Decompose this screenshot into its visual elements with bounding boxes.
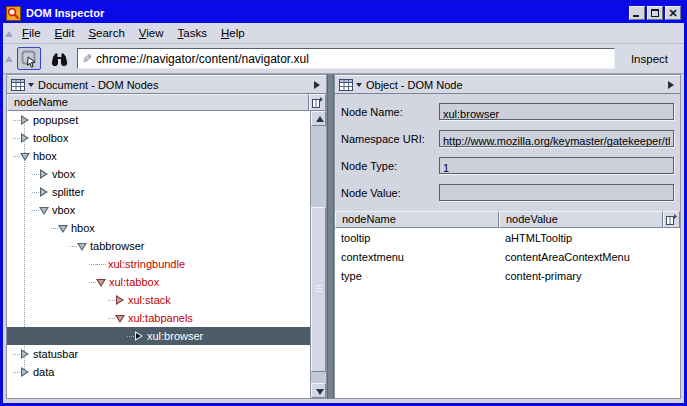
namespace-uri-label: Namespace URI: [341,133,439,145]
tree-row-xul-stringbundle[interactable]: xul:stringbundle [7,255,310,273]
twisty-expanded-icon[interactable] [77,241,88,252]
node-type-value[interactable] [440,161,673,176]
node-type-label: Node Type: [341,160,439,172]
document-panel-header: Document - DOM Nodes [7,75,326,94]
attr-value-cell: contentAreaContextMenu [499,251,680,263]
menu-help[interactable]: Help [214,24,252,42]
titlebar[interactable]: DOM Inspector ✕ [3,3,684,23]
twisty-expanded-icon[interactable] [20,151,31,162]
tree-row-hbox[interactable]: hbox [7,147,310,165]
tree-connector [32,210,39,211]
node-value-value[interactable] [440,188,673,203]
url-bar[interactable]: ✎ [77,48,615,69]
tree-row-xul-tabpanels[interactable]: xul:tabpanels [7,309,310,327]
tree-connector [127,336,134,337]
tree-indent [7,210,32,211]
column-header-nodename[interactable]: nodeName [7,94,309,111]
tree-connector [13,138,20,139]
attr-column-nodename[interactable]: nodeName [335,211,499,228]
tree-scrollbar[interactable] [310,111,326,398]
tree-row-tabbrowser[interactable]: tabbrowser [7,237,310,255]
menu-file[interactable]: File [15,24,48,42]
attr-name-cell: type [335,270,499,282]
twisty-expanded-icon[interactable] [58,223,69,234]
tree-row-splitter[interactable]: splitter [7,183,310,201]
node-type-box [439,157,674,174]
panel-expand-arrow-icon[interactable] [314,81,320,89]
twisty-collapsed-icon[interactable] [134,331,145,342]
node-name-value[interactable] [440,107,673,122]
dom-tree: popupsettoolboxhboxvboxsplittervboxhboxt… [7,111,310,398]
panel-splitter[interactable] [327,74,334,399]
viewer-menu-button[interactable] [11,79,34,91]
inspect-node-icon [20,50,38,68]
tree-row-hbox[interactable]: hbox [7,219,310,237]
tree-node-label: statusbar [31,348,78,360]
grid-viewer-icon [339,79,353,91]
find-button[interactable] [47,47,71,70]
twisty-expanded-icon[interactable] [39,205,50,216]
twisty-expanded-icon[interactable] [96,277,107,288]
tree-row-popupset[interactable]: popupset [7,111,310,129]
attr-row-contextmenu[interactable]: contextmenucontentAreaContextMenu [335,247,680,266]
attr-value-cell: aHTMLTooltip [499,232,680,244]
tree-row-xul-tabbox[interactable]: xul:tabbox [7,273,310,291]
attr-row-tooltip[interactable]: tooltipaHTMLTooltip [335,228,680,247]
object-panel-header: Object - DOM Node [335,75,680,94]
node-value-box [439,184,674,201]
inspect-element-button[interactable] [17,47,41,70]
twisty-collapsed-icon[interactable] [20,115,31,126]
twisty-collapsed-icon[interactable] [20,349,31,360]
tree-indent [7,318,108,319]
tree-node-label: xul:stringbundle [106,258,185,270]
namespace-uri-value[interactable] [440,134,673,149]
window-title: DOM Inspector [26,7,627,19]
attr-rows: tooltipaHTMLTooltipcontextmenucontentAre… [335,228,680,398]
maximize-button[interactable] [647,6,663,20]
tree-row-toolbox[interactable]: toolbox [7,129,310,147]
panel-expand-arrow-icon[interactable] [668,81,674,89]
column-picker-button[interactable] [309,94,326,111]
tree-connector [13,372,20,373]
twisty-collapsed-icon[interactable] [39,169,50,180]
twisty-collapsed-icon[interactable] [20,133,31,144]
attr-column-nodevalue[interactable]: nodeValue [499,211,663,228]
tree-node-label: toolbox [31,132,68,144]
scroll-down-button[interactable] [311,383,326,398]
twisty-collapsed-icon[interactable] [115,295,126,306]
tree-row-data[interactable]: data [7,363,310,381]
menu-view[interactable]: View [132,24,171,42]
node-info-form: Node Name: Namespace URI: Node Type: Nod… [335,94,680,211]
node-value-label: Node Value: [341,187,439,199]
close-button[interactable]: ✕ [665,6,681,20]
menubar-grippy-icon[interactable] [5,29,14,38]
object-viewer-menu-button[interactable] [339,79,362,91]
twisty-collapsed-icon[interactable] [39,187,50,198]
node-name-label: Node Name: [341,106,439,118]
url-input[interactable] [96,52,610,66]
tree-row-vbox[interactable]: vbox [7,201,310,219]
tree-indent [7,228,51,229]
tree-row-xul-browser[interactable]: xul:browser [7,327,310,345]
scroll-up-button[interactable] [311,111,326,126]
twisty-collapsed-icon[interactable] [20,367,31,378]
tree-node-label: hbox [69,222,95,234]
tree-row-xul-stack[interactable]: xul:stack [7,291,310,309]
menu-search[interactable]: Search [81,24,131,42]
twisty-expanded-icon[interactable] [115,313,126,324]
tree-row-vbox[interactable]: vbox [7,165,310,183]
minimize-button[interactable] [629,6,645,20]
tree-row-statusbar[interactable]: statusbar [7,345,310,363]
inspect-button[interactable]: Inspect [621,49,676,69]
dom-inspector-window: DOM Inspector ✕ File Edit Search View Ta… [0,0,687,406]
attr-column-picker-button[interactable] [663,211,680,228]
tree-connector [13,156,20,157]
leaf-dash-icon [96,259,106,270]
menu-tasks[interactable]: Tasks [171,24,214,42]
scroll-thumb[interactable] [311,207,326,372]
toolbar-grippy-icon[interactable] [5,54,14,63]
chevron-down-icon [356,83,362,87]
tree-node-label: hbox [31,150,57,162]
menu-edit[interactable]: Edit [48,24,82,42]
attr-row-type[interactable]: typecontent-primary [335,266,680,285]
